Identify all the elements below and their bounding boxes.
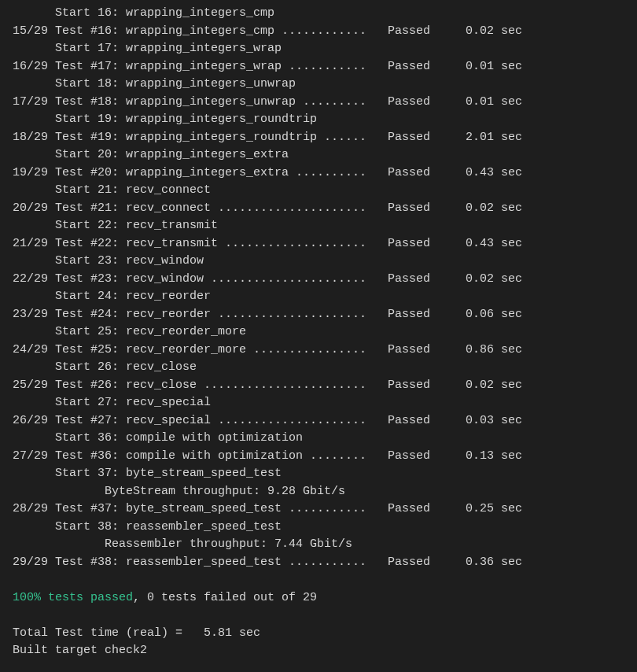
test-start-line: Start 21: recv_connect (0, 182, 637, 200)
test-start-line: Start 16: wrapping_integers_cmp (0, 5, 637, 23)
test-start-line: Start 37: byte_stream_speed_test (0, 465, 637, 483)
test-start-line: Start 36: compile with optimization (0, 430, 637, 448)
test-start-line: Start 27: recv_special (0, 394, 637, 412)
test-result-line: 28/29 Test #37: byte_stream_speed_test .… (0, 500, 637, 519)
test-start-line: Start 25: recv_reorder_more (0, 323, 637, 342)
test-result-line: 22/29 Test #23: recv_window ............… (0, 271, 637, 289)
tests-passed-percent: 100% tests passed (13, 591, 133, 604)
test-result-line: 20/29 Test #21: recv_connect ...........… (0, 200, 637, 218)
test-start-line: Start 26: recv_close (0, 359, 637, 377)
test-result-line: 23/29 Test #24: recv_reorder ...........… (0, 306, 637, 324)
total-test-time: Total Test time (real) = 5.81 sec (0, 625, 637, 643)
test-result-line: 16/29 Test #17: wrapping_integers_wrap .… (0, 58, 637, 76)
test-start-line: Start 38: reassembler_speed_test (0, 519, 637, 537)
tests-summary-line: 100% tests passed, 0 tests failed out of… (0, 589, 637, 607)
test-extra-line: ByteStream throughput: 9.28 Gbit/s (0, 483, 637, 501)
test-result-line: 19/29 Test #20: wrapping_integers_extra … (0, 164, 637, 183)
test-result-line: 27/29 Test #36: compile with optimizatio… (0, 448, 637, 466)
test-result-line: 24/29 Test #25: recv_reorder_more ......… (0, 342, 637, 360)
test-result-line: 29/29 Test #38: reassembler_speed_test .… (0, 554, 637, 572)
test-result-line: 25/29 Test #26: recv_close .............… (0, 377, 637, 395)
terminal-output: Start 16: wrapping_integers_cmp15/29 Tes… (0, 5, 637, 660)
test-start-line: Start 18: wrapping_integers_unwrap (0, 76, 637, 94)
test-result-line: 26/29 Test #27: recv_special ...........… (0, 412, 637, 430)
test-result-line: 17/29 Test #18: wrapping_integers_unwrap… (0, 94, 637, 112)
test-extra-line: Reassembler throughput: 7.44 Gbit/s (0, 536, 637, 554)
test-start-line: Start 20: wrapping_integers_extra (0, 146, 637, 164)
blank-line (0, 607, 637, 625)
test-start-line: Start 23: recv_window (0, 253, 637, 271)
test-start-line: Start 24: recv_reorder (0, 288, 637, 306)
test-result-line: 15/29 Test #16: wrapping_integers_cmp ..… (0, 23, 637, 41)
test-start-line: Start 22: recv_transmit (0, 217, 637, 235)
test-start-line: Start 19: wrapping_integers_roundtrip (0, 111, 637, 129)
test-start-line: Start 17: wrapping_integers_wrap (0, 40, 637, 58)
built-target-line: Built target check2 (0, 642, 637, 660)
test-result-line: 18/29 Test #19: wrapping_integers_roundt… (0, 129, 637, 147)
blank-line (0, 571, 637, 589)
test-result-line: 21/29 Test #22: recv_transmit ..........… (0, 235, 637, 253)
tests-summary-rest: , 0 tests failed out of 29 (133, 591, 317, 604)
